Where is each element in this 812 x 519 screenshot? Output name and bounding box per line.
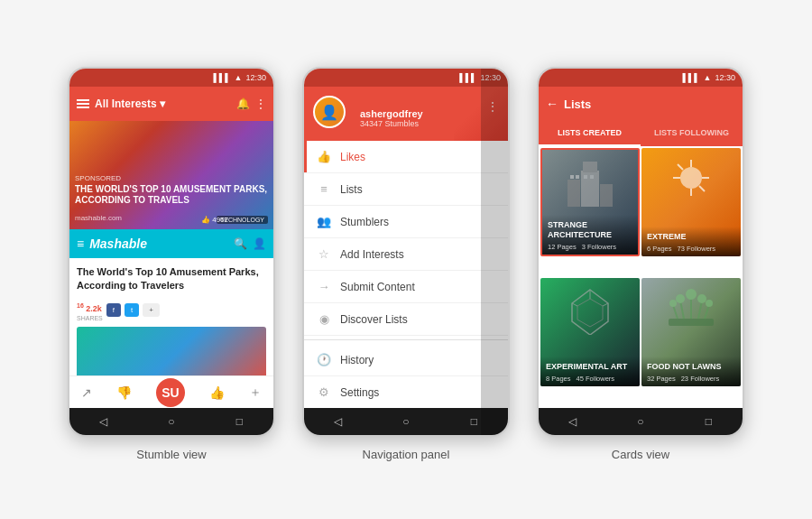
card-title-1: STRANGE ARCHITECTURE — [548, 220, 632, 240]
history-icon: 🕐 — [317, 353, 331, 366]
likes-number: 4967 — [212, 216, 228, 224]
nav-item-lists[interactable]: ≡ Lists — [304, 173, 508, 206]
share-row: 16 2.2k SHARES f t + — [77, 299, 266, 321]
svg-point-29 — [697, 294, 706, 303]
signal-icon-3: ▌▌▌ — [682, 73, 699, 82]
cards-header: ← Lists — [539, 87, 743, 121]
mashable-search-icon[interactable]: 🔍 — [234, 237, 247, 250]
user-avatar[interactable]: 👤 — [313, 96, 346, 128]
followers-2: 73 Followers — [678, 245, 716, 253]
svg-line-24 — [698, 301, 702, 319]
recent-btn-2[interactable]: □ — [466, 413, 482, 430]
notifications-icon[interactable]: 🔔 — [236, 97, 250, 110]
nav-item-add-interests[interactable]: ☆ Add Interests — [304, 238, 508, 271]
card-meta-2: 6 Pages 73 Followers — [647, 245, 735, 253]
cards-view-wrapper: ▌▌▌ ▲ 12:30 ← Lists LISTS CREATED LISTS … — [537, 67, 744, 461]
nav-item-stumblers[interactable]: 👥 Stumblers — [304, 206, 508, 238]
tab-lists-following[interactable]: LISTS FOLLOWING — [641, 121, 743, 146]
sponsored-banner: Sponsored THE WORLD'S TOP 10 AMUSEMENT P… — [69, 121, 273, 229]
svg-point-8 — [680, 167, 702, 189]
active-indicator — [304, 141, 307, 172]
plus-icon: + — [149, 306, 153, 314]
svg-line-25 — [705, 305, 709, 319]
nav-item-settings[interactable]: ⚙ Settings — [304, 376, 508, 408]
card-info-3: EXPERIMENTAL ART 8 Pages 45 Followers — [540, 357, 640, 386]
plus-share-btn[interactable]: + — [143, 303, 160, 317]
stumblers-icon: 👥 — [317, 215, 331, 228]
thumb-up-icon: 👍 — [201, 216, 210, 224]
settings-label: Settings — [340, 386, 379, 399]
svg-line-18 — [603, 303, 608, 306]
more-options-icon[interactable]: ⋮ — [255, 97, 266, 110]
svg-rect-5 — [576, 175, 579, 179]
card-title-4: FOOD NOT LAWNS — [647, 362, 735, 372]
extreme-illustration — [664, 155, 718, 200]
nav-item-history[interactable]: 🕐 History — [304, 344, 508, 376]
svg-rect-2 — [600, 184, 613, 207]
hamburger-menu[interactable] — [77, 99, 89, 108]
article-title: The World's Top 10 Amusement Parks, Acco… — [77, 265, 266, 293]
twitter-share-btn[interactable]: t — [125, 303, 139, 317]
lists-title: Lists — [564, 97, 735, 111]
back-btn-3[interactable]: ◁ — [565, 413, 581, 430]
shares-label: SHARES — [77, 315, 103, 321]
add-icon[interactable]: ＋ — [249, 385, 262, 401]
card-info-4: FOOD NOT LAWNS 32 Pages 23 Followers — [641, 357, 741, 386]
home-btn-1[interactable]: ○ — [163, 413, 180, 430]
like-icon[interactable]: 👍 — [209, 385, 225, 400]
share-icon[interactable]: ↗ — [81, 385, 92, 400]
wifi-icon: ▲ — [235, 73, 243, 82]
add-interests-icon: ☆ — [317, 247, 331, 261]
banner-bg: Sponsored THE WORLD'S TOP 10 AMUSEMENT P… — [69, 121, 273, 229]
back-btn-1[interactable]: ◁ — [96, 413, 112, 430]
lists-tabs: LISTS CREATED LISTS FOLLOWING — [539, 121, 743, 146]
svg-line-14 — [699, 186, 705, 191]
home-btn-2[interactable]: ○ — [398, 413, 414, 430]
mashable-user-icon[interactable]: 👤 — [253, 237, 266, 250]
android-nav-2: ◁ ○ □ — [304, 408, 508, 435]
card-experimental-art[interactable]: EXPERIMENTAL ART 8 Pages 45 Followers — [540, 278, 640, 386]
card-extreme[interactable]: EXTREME 6 Pages 73 Followers — [641, 148, 741, 256]
pages-4: 32 Pages — [647, 375, 676, 383]
back-arrow-icon[interactable]: ← — [546, 97, 558, 111]
svg-rect-4 — [570, 175, 574, 179]
card-info-1: STRANGE ARCHITECTURE 12 Pages 3 Follower… — [542, 215, 638, 255]
like-count: 👍 4967 — [201, 216, 228, 224]
card-food-not-lawns[interactable]: FOOD NOT LAWNS 32 Pages 23 Followers — [641, 278, 741, 386]
svg-line-21 — [673, 305, 678, 319]
nav-item-likes[interactable]: 👍 Likes — [304, 141, 508, 173]
card-bg-2: EXTREME 6 Pages 73 Followers — [641, 148, 741, 256]
card-strange-architecture[interactable]: STRANGE ARCHITECTURE 12 Pages 3 Follower… — [540, 148, 640, 256]
card-bg-4: FOOD NOT LAWNS 32 Pages 23 Followers — [641, 278, 741, 386]
svg-rect-1 — [567, 180, 580, 207]
android-nav-3: ◁ ○ □ — [539, 408, 743, 435]
facebook-share-btn[interactable]: f — [106, 303, 121, 317]
likes-icon: 👍 — [317, 150, 331, 163]
tab-lists-created[interactable]: LISTS CREATED — [539, 121, 641, 146]
header-title-1: All Interests ▾ — [95, 97, 231, 110]
mashable-menu-icon[interactable]: ≡ — [77, 236, 84, 251]
card-title-2: EXTREME — [647, 232, 735, 242]
settings-icon: ⚙ — [317, 385, 331, 399]
back-btn-2[interactable]: ◁ — [330, 413, 346, 430]
nav-list: 👍 Likes ≡ Lists 👥 Stumblers ☆ Add Intere… — [304, 141, 508, 408]
cards-phone: ▌▌▌ ▲ 12:30 ← Lists LISTS CREATED LISTS … — [537, 67, 744, 437]
nav-item-submit[interactable]: → Submit Content — [304, 271, 508, 303]
home-btn-3[interactable]: ○ — [632, 413, 649, 430]
history-label: History — [340, 354, 374, 366]
signal-icon: ▌▌▌ — [213, 73, 230, 82]
dislike-icon[interactable]: 👎 — [116, 385, 132, 400]
nav-item-discover[interactable]: ◉ Discover Lists — [304, 303, 508, 336]
bottom-toolbar-1: ↗ 👎 SU 👍 ＋ — [69, 375, 273, 408]
main-container: ▌▌▌ ▲ 12:30 All Interests ▾ 🔔 ⋮ — [41, 49, 771, 470]
recent-btn-3[interactable]: □ — [700, 413, 716, 430]
card-meta-1: 12 Pages 3 Followers — [548, 243, 632, 251]
sponsored-domain: mashable.com — [75, 214, 122, 222]
stumble-button[interactable]: SU — [156, 378, 185, 407]
avatar-icon: 👤 — [320, 104, 338, 121]
card-meta-3: 8 Pages 45 Followers — [546, 375, 634, 383]
status-bar-3: ▌▌▌ ▲ 12:30 — [539, 69, 743, 87]
recent-btn-1[interactable]: □ — [231, 413, 247, 430]
card-bg-3: EXPERIMENTAL ART 8 Pages 45 Followers — [540, 278, 640, 386]
android-nav-1: ◁ ○ □ — [69, 408, 273, 435]
